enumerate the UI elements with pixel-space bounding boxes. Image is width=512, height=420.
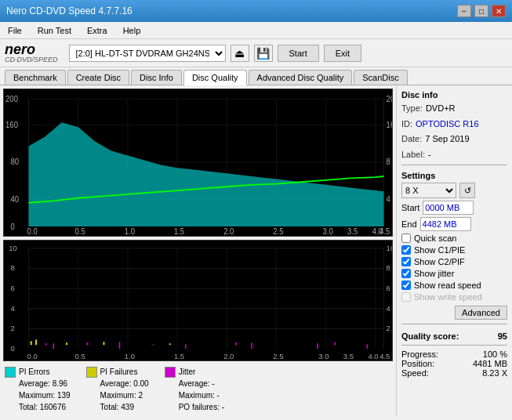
progress-value: 100 % [483,349,507,359]
tab-disc-quality[interactable]: Disc Quality [183,70,247,85]
svg-text:8: 8 [387,158,391,167]
save-icon-button[interactable]: 💾 [254,45,273,62]
svg-text:1.5: 1.5 [174,353,184,360]
svg-text:4.5: 4.5 [379,353,390,360]
pi-failures-maximum: Maximum: 2 [100,389,149,401]
pi-errors-maximum: Maximum: 139 [19,389,71,401]
svg-text:0: 0 [10,222,15,231]
start-button[interactable]: Start [278,45,319,62]
logo: nero CD·DVD/SPEED [5,42,58,64]
pi-errors-color [5,367,16,378]
maximize-button[interactable]: □ [474,5,488,17]
speed-row: 8 X ↺ [401,183,507,198]
svg-text:4: 4 [10,305,14,313]
settings-title: Settings [401,171,507,180]
svg-text:4.5: 4.5 [379,226,390,236]
show-c2pif-checkbox[interactable] [401,257,411,266]
progress-label: Progress: [401,349,438,359]
bottom-chart: 10 8 6 4 2 0 10 8 6 4 2 0.0 0.5 1.0 1.5 … [4,241,392,360]
tab-disc-info[interactable]: Disc Info [131,70,182,85]
svg-text:200: 200 [5,94,18,103]
advanced-button[interactable]: Advanced [455,306,507,320]
menu-extra[interactable]: Extra [82,25,112,36]
show-c1pie-label: Show C1/PIE [414,245,465,255]
end-label: End [401,219,417,229]
pi-failures-total: Total: 439 [100,401,149,413]
quality-score-row: Quality score: 95 [401,331,507,341]
quick-scan-label: Quick scan [414,234,456,243]
position-row: Position: 4481 MB [401,359,507,368]
svg-text:6: 6 [10,284,14,292]
svg-text:8: 8 [10,265,14,273]
svg-text:4: 4 [387,194,391,204]
tab-benchmark[interactable]: Benchmark [5,70,66,85]
progress-row: Progress: 100 % [401,349,507,359]
menu-file[interactable]: File [3,25,27,36]
svg-text:0.0: 0.0 [27,353,37,360]
svg-text:2.0: 2.0 [223,353,234,360]
svg-text:160: 160 [5,121,18,130]
quality-score-label: Quality score: [401,331,459,341]
disc-id-value: OPTODISC R16 [416,118,479,131]
svg-text:0: 0 [10,345,14,353]
show-write-speed-row: Show write speed [401,292,507,302]
speed-label: Speed: [401,368,429,378]
svg-text:16: 16 [387,121,392,130]
eject-icon-button[interactable]: ⏏ [231,45,249,62]
minimize-button[interactable]: − [457,5,471,17]
legend: PI Errors Average: 8.96 Maximum: 139 Tot… [0,363,396,416]
divider-2 [401,324,507,324]
menu-help[interactable]: Help [118,25,146,36]
speed-select[interactable]: 8 X [401,183,456,198]
side-panel: Disc info Type: DVD+R ID: OPTODISC R16 D… [396,85,512,416]
po-failures: PO failures: - [179,401,224,413]
svg-text:10: 10 [387,244,392,252]
show-c2pif-label: Show C2/PIF [414,257,465,266]
svg-rect-47 [31,341,32,345]
show-c1pie-row: Show C1/PIE [401,245,507,255]
svg-text:1.5: 1.5 [174,226,184,236]
svg-rect-51 [169,343,171,345]
svg-text:4: 4 [387,305,390,313]
svg-text:20: 20 [387,94,392,103]
settings-refresh-icon[interactable]: ↺ [459,183,475,198]
end-input[interactable] [420,217,471,231]
svg-text:2.5: 2.5 [273,353,283,360]
start-input[interactable] [423,201,474,215]
top-chart: 200 160 80 40 0 20 16 8 4 0.0 0.5 1.0 1.… [4,89,392,236]
svg-rect-49 [66,342,67,345]
quality-score-value: 95 [498,331,507,341]
exit-button[interactable]: Exit [324,45,361,62]
tab-create-disc[interactable]: Create Disc [67,70,129,85]
svg-text:10: 10 [9,244,17,252]
menu-run-test[interactable]: Run Test [33,25,76,36]
end-row: End [401,217,507,231]
pi-errors-average: Average: 8.96 [19,378,71,389]
svg-text:2.0: 2.0 [223,226,234,236]
show-read-speed-checkbox[interactable] [401,281,411,290]
disc-label-label: Label: [401,148,425,161]
pi-errors-label: PI Errors [19,366,71,378]
disc-date-label: Date: [401,132,422,146]
nero-logo-text: nero [5,42,58,56]
tab-advanced-disc-quality[interactable]: Advanced Disc Quality [249,70,353,85]
divider-3 [401,345,507,346]
show-jitter-checkbox[interactable] [401,269,411,278]
disc-date-value: 7 Sep 2019 [425,132,469,146]
drive-select[interactable]: [2:0] HL-DT-ST DVDRAM GH24NSD0 LH00 [69,45,226,62]
tab-scandisc[interactable]: ScanDisc [354,70,407,85]
show-c1pie-checkbox[interactable] [401,245,411,255]
svg-text:3.5: 3.5 [347,226,358,236]
svg-text:0.5: 0.5 [75,353,85,360]
svg-rect-50 [103,342,104,345]
svg-text:40: 40 [10,194,19,204]
legend-jitter: Jitter Average: - Maximum: - PO failures… [165,366,224,413]
start-label: Start [401,203,419,212]
legend-pi-failures: PI Failures Average: 0.00 Maximum: 2 Tot… [86,366,149,413]
svg-text:2: 2 [10,325,14,333]
show-write-speed-checkbox[interactable] [401,292,411,302]
quick-scan-checkbox[interactable] [401,234,411,243]
show-c2pif-row: Show C2/PIF [401,257,507,266]
disc-type-value: DVD+R [426,102,456,115]
close-button[interactable]: ✕ [492,5,506,17]
